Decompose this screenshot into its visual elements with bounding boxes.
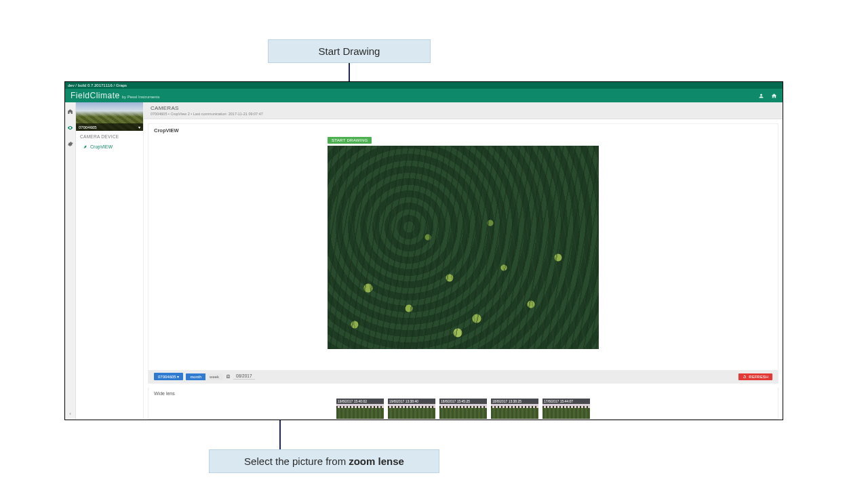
period-toggle: month week <box>186 373 223 380</box>
thumbnails-card: Wide lens 19/8/2017 15:40:02 19/8/2017 1… <box>148 388 778 420</box>
cropview-card: CropVIEW START DRAWING 07004605 ▾ month … <box>148 123 778 384</box>
thumbnail[interactable]: 17/8/2017 15:44:07 <box>542 399 590 419</box>
annotation-start-drawing: Start Drawing <box>268 39 431 63</box>
sidebar-section-title: CAMERA DEVICE <box>76 131 143 142</box>
icon-rail: ‹ <box>65 102 76 420</box>
station-dropdown[interactable]: 07004605 ▾ <box>154 373 183 380</box>
annotation-bottom-prefix: Select the picture from <box>244 455 346 467</box>
thumbnail-timestamp: 19/8/2017 15:40:02 <box>336 399 384 404</box>
build-info-text: dev / build 0.7.20171116 / Graps <box>68 83 127 87</box>
thumbnail[interactable]: 18/8/2017 13:38:25 <box>491 399 538 419</box>
annotation-bottom-bold: zoom lense <box>349 455 404 467</box>
annotation-top-text: Start Drawing <box>319 45 380 57</box>
page-title: CAMERAS <box>151 105 776 111</box>
start-drawing-button[interactable]: START DRAWING <box>328 137 372 144</box>
card-title: CropVIEW <box>149 124 778 137</box>
home-icon[interactable] <box>771 89 777 102</box>
thumbnail-timestamp: 18/8/2017 13:38:25 <box>491 399 538 404</box>
filter-toolbar: 07004605 ▾ month week 🗓 08/2017 REFRESH <box>149 370 778 383</box>
sidebar-item-cropview[interactable]: CropVIEW <box>76 142 143 151</box>
thumbnail[interactable]: 18/8/2017 15:45:25 <box>439 399 487 419</box>
brand-main: FieldClimate <box>71 91 120 100</box>
brand-sub: by Pessl Instruments <box>122 95 160 99</box>
build-info-bar: dev / build 0.7.20171116 / Graps <box>65 82 783 89</box>
brand: FieldClimate by Pessl Instruments <box>71 91 159 100</box>
app-header: FieldClimate by Pessl Instruments <box>65 89 783 102</box>
sidebar-station-selector[interactable]: 07004605 ▾ <box>76 123 143 131</box>
thumbnail[interactable]: 19/8/2017 15:40:02 <box>336 399 384 419</box>
user-icon[interactable] <box>758 89 764 102</box>
thumbnail-timestamp: 18/8/2017 15:45:25 <box>439 399 487 404</box>
sidebar-item-label: CropVIEW <box>90 144 113 149</box>
page-subtitle: 07004605 • CropView 2 • Last communicati… <box>151 112 776 116</box>
page-title-bar: CAMERAS 07004605 • CropView 2 • Last com… <box>144 102 783 119</box>
thumbnail-timestamp: 17/8/2017 15:44:07 <box>542 399 590 404</box>
annotation-zoom-lense: Select the picture from zoom lense <box>209 449 439 473</box>
rail-eye-icon[interactable] <box>67 121 73 134</box>
sidebar-station-id: 07004605 <box>79 125 97 129</box>
thumbnails-title: Wide lens <box>154 391 772 396</box>
rail-collapse-icon[interactable]: ‹ <box>65 411 75 417</box>
rail-home-icon[interactable] <box>67 105 73 117</box>
leaf-icon <box>83 144 87 149</box>
app-window: dev / build 0.7.20171116 / Graps FieldCl… <box>64 81 783 420</box>
refresh-label: REFRESH <box>749 375 768 379</box>
main-photo[interactable] <box>328 146 599 349</box>
date-field[interactable]: 08/2017 <box>233 373 255 380</box>
chevron-down-icon: ▾ <box>138 125 140 129</box>
thumbnail[interactable]: 19/8/2017 13:38:40 <box>388 399 435 419</box>
period-month-button[interactable]: month <box>186 373 205 380</box>
refresh-button[interactable]: REFRESH <box>738 373 772 380</box>
main-area: CAMERAS 07004605 • CropView 2 • Last com… <box>144 102 783 420</box>
calendar-icon[interactable]: 🗓 <box>226 374 231 379</box>
period-week-button[interactable]: week <box>205 373 223 380</box>
sidebar: 07004605 ▾ CAMERA DEVICE CropVIEW <box>76 102 144 420</box>
thumbnails-row: 19/8/2017 15:40:02 19/8/2017 13:38:40 18… <box>154 399 772 419</box>
sidebar-hero-image: 07004605 ▾ <box>76 102 143 131</box>
rail-gear-icon[interactable] <box>67 138 73 150</box>
refresh-icon <box>743 375 747 379</box>
thumbnail-timestamp: 19/8/2017 13:38:40 <box>388 399 435 404</box>
